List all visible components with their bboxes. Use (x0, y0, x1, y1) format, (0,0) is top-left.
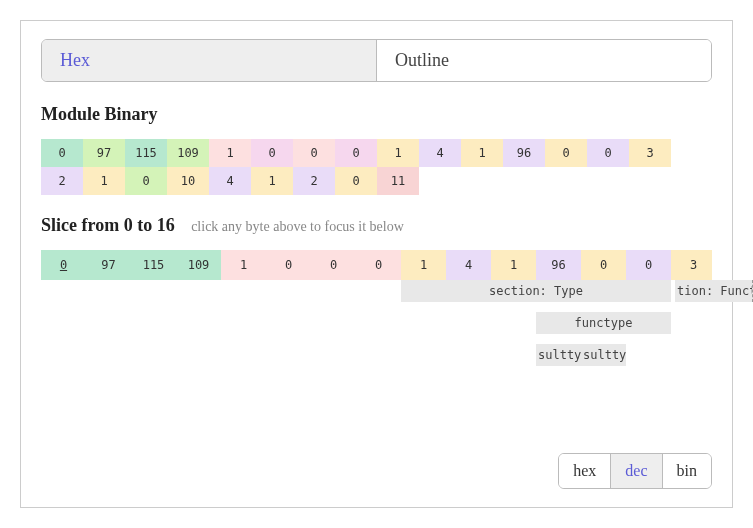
byte-cell[interactable]: 97 (83, 139, 125, 167)
byte-cell[interactable]: 2 (41, 167, 83, 195)
slice-byte-cell[interactable]: 0 (581, 250, 626, 280)
byte-cell[interactable]: 0 (587, 139, 629, 167)
byte-cell[interactable]: 11 (377, 167, 419, 195)
byte-cell[interactable]: 0 (335, 139, 377, 167)
byte-cell[interactable]: 1 (251, 167, 293, 195)
module-binary-title: Module Binary (41, 104, 712, 125)
tab-hex[interactable]: Hex (42, 40, 376, 81)
radix-dec[interactable]: dec (610, 454, 661, 488)
slice-bytes: 0971151091000141960032 (41, 250, 712, 280)
tab-outline[interactable]: Outline (376, 40, 711, 81)
byte-cell[interactable]: 0 (335, 167, 377, 195)
byte-cell[interactable]: 3 (629, 139, 671, 167)
slice-byte-cell[interactable]: 0 (311, 250, 356, 280)
byte-cell[interactable]: 1 (83, 167, 125, 195)
parse-overlay[interactable]: section: Type (401, 280, 671, 302)
slice-byte-cell[interactable]: 0 (41, 250, 86, 280)
slice-byte-cell[interactable]: 115 (131, 250, 176, 280)
slice-to: 16 (157, 215, 175, 235)
byte-cell[interactable]: 0 (125, 167, 167, 195)
slice-title-prefix: Slice from (41, 215, 124, 235)
slice-title: Slice from 0 to 16 click any byte above … (41, 215, 712, 236)
module-binary-bytes: 09711510910001419600321010412011 (41, 139, 712, 195)
parse-overlay[interactable]: tion: Funct (675, 280, 753, 302)
view-tabs: Hex Outline (41, 39, 712, 82)
radix-bin[interactable]: bin (662, 454, 711, 488)
byte-cell[interactable]: 115 (125, 139, 167, 167)
byte-cell[interactable]: 10 (167, 167, 209, 195)
slice-byte-cell[interactable]: 97 (86, 250, 131, 280)
parse-overlays: section: Typetion: Functfunctypesulttysu… (41, 280, 712, 390)
slice-byte-cell[interactable]: 4 (446, 250, 491, 280)
byte-cell[interactable]: 1 (461, 139, 503, 167)
byte-cell[interactable]: 0 (293, 139, 335, 167)
slice-byte-cell[interactable]: 1 (221, 250, 266, 280)
radix-switch: hex dec bin (558, 453, 712, 489)
parse-overlay[interactable]: sultty (581, 344, 626, 366)
slice-hint: click any byte above to focus it below (191, 219, 404, 234)
byte-cell[interactable]: 109 (167, 139, 209, 167)
byte-cell[interactable]: 0 (545, 139, 587, 167)
slice-byte-cell[interactable]: 0 (356, 250, 401, 280)
slice-byte-cell[interactable]: 3 (671, 250, 712, 280)
radix-hex[interactable]: hex (559, 454, 610, 488)
parse-overlay[interactable]: sultty (536, 344, 581, 366)
slice-byte-cell[interactable]: 96 (536, 250, 581, 280)
byte-cell[interactable]: 4 (209, 167, 251, 195)
byte-cell[interactable]: 2 (293, 167, 335, 195)
slice-from: 0 (124, 215, 133, 235)
parse-overlay[interactable]: functype (536, 312, 671, 334)
slice-byte-cell[interactable]: 109 (176, 250, 221, 280)
byte-cell[interactable]: 96 (503, 139, 545, 167)
app-container: Hex Outline Module Binary 09711510910001… (20, 20, 733, 508)
byte-cell[interactable]: 1 (377, 139, 419, 167)
slice-byte-cell[interactable]: 0 (626, 250, 671, 280)
slice-byte-cell[interactable]: 1 (401, 250, 446, 280)
slice-byte-cell[interactable]: 1 (491, 250, 536, 280)
byte-cell[interactable]: 0 (41, 139, 83, 167)
byte-cell[interactable]: 0 (251, 139, 293, 167)
byte-cell[interactable]: 1 (209, 139, 251, 167)
slice-byte-cell[interactable]: 0 (266, 250, 311, 280)
byte-cell[interactable]: 4 (419, 139, 461, 167)
